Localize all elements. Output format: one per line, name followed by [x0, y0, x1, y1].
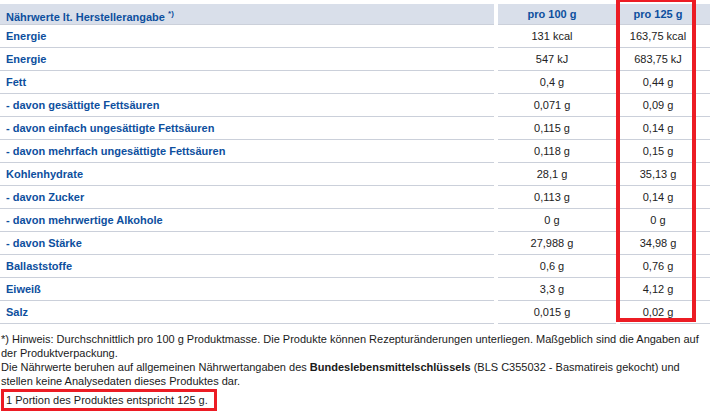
nutrient-label: - davon Stärke: [0, 232, 494, 255]
value-per-125g: 0,02 g: [620, 301, 710, 324]
table-row: - davon Stärke 27,988 g 34,98 g: [0, 232, 710, 255]
nutrient-label: Salz: [0, 301, 494, 324]
table-row: Energie 547 kJ 683,75 kJ: [0, 48, 710, 71]
table-row: Kohlenhydrate 28,1 g 35,13 g: [0, 163, 710, 186]
column-header-per-100g: pro 100 g: [498, 4, 616, 25]
table-body: Energie 131 kcal 163,75 kcal Energie 547…: [0, 25, 710, 324]
value-per-100g: 0,113 g: [498, 186, 616, 209]
nutrient-label: Ballaststoffe: [0, 255, 494, 278]
value-per-100g: 0,115 g: [498, 117, 616, 140]
nutrient-label: - davon Zucker: [0, 186, 494, 209]
footnote-note2-bold: Bundeslebensmittelschlüssels: [310, 361, 471, 373]
table-title: Nährwerte lt. Herstellerangabe *): [0, 4, 494, 25]
nutrient-label: - davon gesättigte Fettsäuren: [0, 94, 494, 117]
value-per-100g: 547 kJ: [498, 48, 616, 71]
nutrient-label: - davon mehrfach ungesättigte Fettsäuren: [0, 140, 494, 163]
nutrient-label: Eiweiß: [0, 278, 494, 301]
table-row: - davon einfach ungesättigte Fettsäuren …: [0, 117, 710, 140]
value-per-125g: 0,14 g: [620, 117, 710, 140]
footnotes: *) Hinweis: Durchschnittlich pro 100 g P…: [0, 332, 707, 411]
value-per-125g: 0,14 g: [620, 186, 710, 209]
value-per-100g: 27,988 g: [498, 232, 616, 255]
value-per-100g: 0,015 g: [498, 301, 616, 324]
value-per-125g: 0 g: [620, 209, 710, 232]
nutrient-label: - davon mehrwertige Alkohole: [0, 209, 494, 232]
nutrition-facts-panel: Nährwerte lt. Herstellerangabe *) pro 10…: [0, 0, 710, 413]
nutrient-label: Energie: [0, 48, 494, 71]
value-per-125g: 4,12 g: [620, 278, 710, 301]
table-row: Eiweiß 3,3 g 4,12 g: [0, 278, 710, 301]
table-row: - davon Zucker 0,113 g 0,14 g: [0, 186, 710, 209]
nutrient-label: Kohlenhydrate: [0, 163, 494, 186]
nutrient-label: Energie: [0, 25, 494, 48]
nutrient-label: Fett: [0, 71, 494, 94]
value-per-100g: 3,3 g: [498, 278, 616, 301]
nutrient-label: - davon einfach ungesättigte Fettsäuren: [0, 117, 494, 140]
value-per-125g: 35,13 g: [620, 163, 710, 186]
table-row: - davon mehrfach ungesättigte Fettsäuren…: [0, 140, 710, 163]
portion-highlight-box: 1 Portion des Produktes entspricht 125 g…: [1, 389, 217, 411]
value-per-125g: 683,75 kJ: [620, 48, 710, 71]
value-per-100g: 131 kcal: [498, 25, 616, 48]
value-per-100g: 0,118 g: [498, 140, 616, 163]
table-row: Energie 131 kcal 163,75 kcal: [0, 25, 710, 48]
value-per-125g: 0,76 g: [620, 255, 710, 278]
table-row: Fett 0,4 g 0,44 g: [0, 71, 710, 94]
value-per-100g: 0 g: [498, 209, 616, 232]
table-header-row: Nährwerte lt. Herstellerangabe *) pro 10…: [0, 4, 710, 25]
value-per-100g: 0,071 g: [498, 94, 616, 117]
footnote-marker: *): [168, 9, 174, 18]
column-header-per-125g: pro 125 g: [620, 4, 710, 25]
value-per-125g: 163,75 kcal: [620, 25, 710, 48]
value-per-125g: 34,98 g: [620, 232, 710, 255]
table-title-text: Nährwerte lt. Herstellerangabe: [6, 11, 165, 23]
nutrition-table: Nährwerte lt. Herstellerangabe *) pro 10…: [0, 0, 710, 324]
table-row: Ballaststoffe 0,6 g 0,76 g: [0, 255, 710, 278]
footnote-note1: *) Hinweis: Durchschnittlich pro 100 g P…: [1, 332, 707, 360]
portion-text: 1 Portion des Produktes entspricht 125 g…: [6, 394, 208, 406]
value-per-125g: 0,09 g: [620, 94, 710, 117]
footnote-note2: Die Nährwerte beruhen auf allgemeinen Nä…: [1, 360, 707, 388]
table-row: - davon mehrwertige Alkohole 0 g 0 g: [0, 209, 710, 232]
table-row: - davon gesättigte Fettsäuren 0,071 g 0,…: [0, 94, 710, 117]
value-per-100g: 0,6 g: [498, 255, 616, 278]
value-per-125g: 0,44 g: [620, 71, 710, 94]
table-row: Salz 0,015 g 0,02 g: [0, 301, 710, 324]
value-per-100g: 0,4 g: [498, 71, 616, 94]
value-per-100g: 28,1 g: [498, 163, 616, 186]
value-per-125g: 0,15 g: [620, 140, 710, 163]
